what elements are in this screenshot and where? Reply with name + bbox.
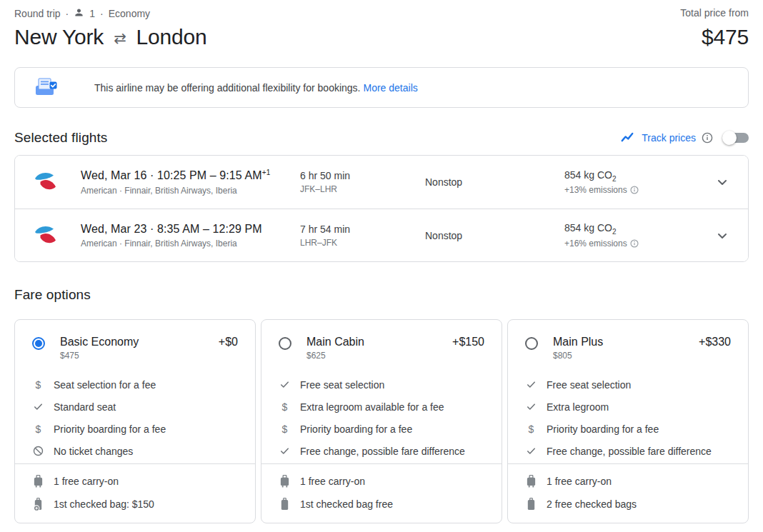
selected-flights-list: Wed, Mar 16 · 10:25 PM – 9:15 AM+1 Ameri…	[14, 155, 749, 262]
fare-delta-price: +$0	[219, 336, 238, 348]
co2-value: 854 kg CO	[564, 222, 612, 234]
baggage-text: 1 free carry-on	[547, 476, 612, 487]
route-title: New York ⇄ London	[14, 25, 206, 49]
flight-emissions-block: 854 kg CO2 +13% emissions	[564, 169, 686, 196]
fare-radio-main-cabin[interactable]	[279, 337, 291, 350]
fare-cards: Basic Economy $475 +$0 $ Seat selection …	[14, 319, 749, 523]
feature-row: $ Priority boarding for a fee	[32, 418, 238, 440]
flight-stops: Nonstop	[425, 176, 564, 188]
separator-dot: ·	[66, 8, 69, 19]
baggage-row: 1 free carry-on	[279, 470, 484, 493]
feature-text: Priority boarding for a fee	[54, 423, 166, 435]
info-icon[interactable]	[630, 186, 639, 194]
fare-delta-price: +$150	[452, 336, 484, 348]
fare-card-basic-economy[interactable]: Basic Economy $475 +$0 $ Seat selection …	[14, 319, 256, 523]
baggage-row: 1st checked bag free	[279, 493, 484, 516]
expand-flight-button[interactable]	[714, 227, 731, 244]
price-trend-icon	[620, 130, 636, 146]
dollar-icon: $	[32, 379, 44, 391]
feature-text: Free seat selection	[547, 379, 631, 391]
track-prices-toggle[interactable]	[724, 133, 749, 143]
flight-time: 8:35 AM – 12:29 PM	[157, 223, 262, 235]
feature-row: Free change, possible fare difference	[279, 440, 484, 462]
flight-duration-block: 7 hr 54 min LHR–JFK	[300, 224, 425, 248]
feature-text: Standard seat	[54, 401, 116, 413]
fare-features: Free seat selection $ Extra legroom avai…	[261, 373, 502, 462]
flight-booking-page: Round trip · 1 · Economy New York ⇄ Lond…	[0, 0, 763, 532]
feature-row: $ Priority boarding for a fee	[525, 418, 731, 440]
feature-text: Priority boarding for a fee	[300, 423, 412, 435]
fare-title-block: Main Cabin $625	[306, 336, 452, 361]
fare-card-main-plus[interactable]: Main Plus $805 +$330 Free seat selection…	[507, 319, 749, 523]
destination-city: London	[136, 25, 207, 49]
flight-duration: 6 hr 50 min	[300, 170, 425, 181]
flight-route: JFK–LHR	[300, 184, 425, 194]
fare-delta-price: +$330	[699, 336, 731, 348]
baggage-text: 1 free carry-on	[54, 476, 119, 487]
header-left: Round trip · 1 · Economy New York ⇄ Lond…	[14, 6, 206, 49]
feature-row: Standard seat	[32, 396, 238, 418]
swap-arrows-icon: ⇄	[114, 27, 126, 47]
expand-flight-button[interactable]	[714, 174, 731, 191]
flexible-booking-icon	[35, 78, 58, 98]
baggage-row: 2 free checked bags	[525, 493, 731, 516]
block-icon	[32, 446, 44, 456]
feature-row: Extra legroom	[525, 396, 731, 418]
info-icon[interactable]	[630, 239, 639, 248]
checked-bag-add-icon	[32, 498, 44, 511]
track-prices-area: Track prices	[620, 130, 749, 146]
next-day-indicator: +1	[262, 169, 271, 176]
checked-bag-icon	[279, 498, 291, 511]
cabin-class-label: Economy	[109, 8, 150, 19]
more-details-link[interactable]: More details	[364, 82, 418, 94]
fare-name: Main Plus	[553, 336, 699, 348]
fare-name: Main Cabin	[306, 336, 452, 348]
passenger-icon	[74, 7, 84, 20]
emissions-text: +13% emissions	[564, 185, 627, 195]
fare-card-header: Basic Economy $475 +$0	[15, 320, 255, 361]
feature-row: Free seat selection	[279, 373, 484, 396]
flight-row-outbound[interactable]: Wed, Mar 16 · 10:25 PM – 9:15 AM+1 Ameri…	[15, 156, 748, 209]
carry-on-bag-icon	[32, 475, 44, 488]
banner-message: This airline may be offering additional …	[94, 82, 418, 94]
chevron-down-icon[interactable]	[714, 174, 731, 191]
flight-emissions-block: 854 kg CO2 +16% emissions	[564, 222, 686, 249]
flight-date: Wed, Mar 23	[81, 223, 146, 235]
flexibility-banner: This airline may be offering additional …	[14, 67, 749, 108]
fare-name: Basic Economy	[60, 336, 219, 348]
total-price-label: Total price from	[680, 6, 749, 19]
page-header: Round trip · 1 · Economy New York ⇄ Lond…	[14, 6, 749, 49]
fare-radio-main-plus[interactable]	[525, 337, 538, 350]
feature-row: Free change, possible fare difference	[525, 440, 731, 462]
fare-card-main-cabin[interactable]: Main Cabin $625 +$150 Free seat selectio…	[261, 319, 502, 523]
separator-dot: ·	[150, 223, 154, 235]
co2-subscript: 2	[612, 228, 617, 236]
baggage-row: 1st checked bag: $150	[32, 493, 238, 516]
flight-datetime: Wed, Mar 16 · 10:25 PM – 9:15 AM+1	[81, 169, 300, 182]
dollar-icon: $	[525, 423, 537, 435]
feature-row: $ Seat selection for a fee	[32, 373, 238, 396]
fare-radio-basic-economy[interactable]	[32, 337, 45, 350]
fare-features: $ Seat selection for a fee Standard seat…	[15, 373, 255, 462]
fare-title-block: Basic Economy $475	[60, 336, 219, 361]
check-icon	[279, 446, 291, 456]
baggage-text: 1 free carry-on	[300, 476, 365, 487]
fare-title-block: Main Plus $805	[553, 336, 699, 361]
track-prices-label[interactable]: Track prices	[642, 132, 696, 144]
checked-bag-icon	[525, 498, 537, 511]
emissions-delta: +13% emissions	[564, 185, 686, 195]
feature-row: $ Priority boarding for a fee	[279, 418, 484, 440]
flight-airlines: American · Finnair, British Airways, Ibe…	[81, 239, 300, 249]
co2-value: 854 kg CO	[564, 169, 612, 181]
baggage-section: 1 free carry-on 1st checked bag: $150	[15, 463, 255, 523]
passenger-count: 1	[89, 8, 95, 19]
flight-row-return[interactable]: Wed, Mar 23 · 8:35 AM – 12:29 PM America…	[15, 209, 748, 261]
baggage-section: 1 free carry-on 2 free checked bags	[508, 463, 748, 523]
baggage-row: 1 free carry-on	[525, 470, 731, 493]
info-icon[interactable]	[702, 132, 713, 144]
chevron-down-icon[interactable]	[714, 227, 731, 244]
baggage-row: 1 free carry-on	[32, 470, 238, 493]
toggle-knob[interactable]	[722, 131, 737, 145]
baggage-text: 1st checked bag: $150	[54, 498, 154, 510]
feature-text: Priority boarding for a fee	[547, 423, 659, 435]
